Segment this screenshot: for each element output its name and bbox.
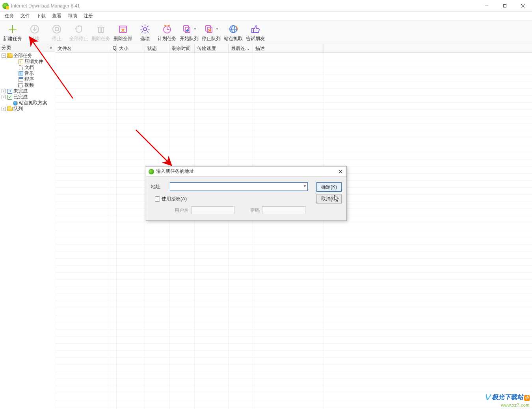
grid-line [194, 53, 195, 409]
svg-line-24 [168, 25, 169, 26]
category-tree: −全部任务压缩文件文档音乐程序视频+未完成+已完成站点抓取方案+队列 [0, 52, 55, 113]
folder-icon [7, 106, 13, 111]
toolbar-start-queue[interactable]: ▼开始队列 [178, 22, 200, 44]
collapse-icon[interactable]: − [2, 54, 6, 58]
menu-help[interactable]: 帮助 [65, 12, 80, 20]
expand-icon[interactable]: + [2, 95, 6, 99]
sidebar: 分类 × −全部任务压缩文件文档音乐程序视频+未完成+已完成站点抓取方案+队列 [0, 44, 55, 409]
toolbar-stop-queue[interactable]: ▼停止队列 [200, 22, 222, 44]
close-button[interactable] [514, 0, 532, 12]
dialog-app-icon [149, 169, 154, 174]
toolbar-delete-all[interactable]: 删除全部 [112, 22, 134, 44]
column-header[interactable]: 状态 [145, 44, 169, 52]
svg-line-23 [165, 25, 166, 26]
menu-tasks[interactable]: 任务 [2, 12, 17, 20]
password-input[interactable] [262, 206, 305, 214]
tree-item-文档[interactable]: 文档 [0, 65, 55, 70]
column-header[interactable]: 文件名 [55, 44, 110, 52]
toolbar-grabber[interactable]: 站点抓取 [222, 22, 244, 44]
tree-label: 全部任务 [13, 53, 32, 59]
expand-icon[interactable]: + [2, 89, 6, 93]
menu-view[interactable]: 查看 [50, 12, 64, 20]
menu-download[interactable]: 下载 [34, 12, 48, 20]
toolbar-label: 全部停止 [69, 35, 88, 42]
tree-item-未完成[interactable]: +未完成 [0, 88, 55, 94]
grid-line [116, 53, 117, 409]
tree-spacer [7, 101, 11, 105]
tree-item-音乐[interactable]: 音乐 [0, 70, 55, 76]
toolbar-resume[interactable]: 继续 [24, 22, 46, 44]
toolbar: 新建任务继续停止全部停止删除任务删除全部选项计划任务▼开始队列▼停止队列站点抓取… [0, 20, 532, 44]
menu-file[interactable]: 文件 [18, 12, 32, 20]
url-dropdown-icon[interactable]: ▾ [304, 184, 306, 188]
toolbar-label: 删除任务 [91, 35, 110, 42]
arrow-icon [7, 89, 13, 94]
tree-item-站点抓取方案[interactable]: 站点抓取方案 [0, 100, 55, 106]
grid-line [169, 53, 169, 409]
queue-stop-icon [204, 24, 215, 34]
toolbar-stop-all[interactable]: 全部停止 [68, 22, 90, 44]
tree-item-视频[interactable]: 视频 [0, 82, 55, 88]
hand-icon [73, 24, 84, 34]
tree-item-压缩文件[interactable]: 压缩文件 [0, 59, 55, 65]
sidebar-close-icon[interactable]: × [50, 45, 52, 51]
grid-line [253, 53, 253, 409]
globe-icon [228, 24, 239, 34]
column-header[interactable]: 传输速度 [195, 44, 229, 52]
dropdown-icon[interactable]: ▼ [193, 27, 197, 31]
tree-item-已完成[interactable]: +已完成 [0, 94, 55, 100]
ok-button[interactable]: 确定(K) [316, 182, 342, 192]
svg-rect-34 [252, 29, 253, 33]
tree-spacer [13, 71, 17, 76]
list-body[interactable] [55, 53, 532, 409]
column-header[interactable]: 剩余时间 [169, 44, 195, 52]
video-icon [18, 83, 24, 88]
tree-item-队列[interactable]: +队列 [0, 106, 55, 112]
minimize-button[interactable] [478, 0, 496, 12]
toolbar-schedule[interactable]: 计划任务 [156, 22, 178, 44]
toolbar-label: 开始队列 [180, 35, 199, 42]
toolbar-options[interactable]: 选项 [134, 22, 156, 44]
column-header[interactable]: Q [110, 44, 117, 52]
tree-item-全部任务[interactable]: −全部任务 [0, 53, 55, 59]
maximize-button[interactable] [496, 0, 514, 12]
thumb-icon [250, 24, 261, 34]
menu-register[interactable]: 注册 [81, 12, 95, 20]
toolbar-new-task[interactable]: 新建任务 [2, 22, 24, 44]
auth-label: 使用授权(A) [162, 196, 187, 202]
cancel-button[interactable]: 取消(C) [316, 194, 342, 204]
toolbar-delete[interactable]: 删除任务 [90, 22, 112, 44]
username-input[interactable] [191, 206, 234, 214]
column-header[interactable]: 大小 [117, 44, 145, 52]
svg-point-8 [53, 25, 61, 33]
stop-circle-icon [51, 24, 62, 34]
url-input[interactable]: ▾ [170, 182, 308, 191]
new-url-dialog: 输入新任务的地址 地址 ▾ 使用授权(A) 用户名 密码 确定(K) 取消(C [146, 166, 347, 221]
watermark: ᥎极光下载站中 www.xz7.com [483, 392, 530, 407]
tree-label: 压缩文件 [24, 59, 43, 65]
toolbar-label: 站点抓取 [224, 35, 243, 42]
toolbar-tell-friend[interactable]: 告诉朋友 [244, 22, 266, 44]
main-area: 分类 × −全部任务压缩文件文档音乐程序视频+未完成+已完成站点抓取方案+队列 … [0, 44, 532, 409]
music-icon [18, 71, 24, 76]
list-header: 文件名Q大小状态剩余时间传输速度最后连...描述 [55, 44, 532, 53]
grid-line [228, 53, 229, 409]
auth-checkbox[interactable] [155, 196, 160, 202]
folder-open-icon [7, 53, 13, 58]
column-header[interactable]: 描述 [253, 44, 324, 52]
toolbar-label: 新建任务 [3, 35, 22, 42]
window-title: Internet Download Manager 6.41 [11, 3, 80, 9]
url-label: 地址 [151, 183, 167, 190]
column-header[interactable]: 最后连... [229, 44, 253, 52]
toolbar-stop[interactable]: 停止 [46, 22, 68, 44]
grid-line [145, 53, 145, 409]
dialog-close-button[interactable] [335, 167, 346, 177]
toolbar-label: 停止 [52, 35, 61, 42]
plus-icon [7, 24, 18, 34]
tree-item-程序[interactable]: 程序 [0, 76, 55, 82]
dropdown-icon[interactable]: ▼ [216, 27, 219, 31]
expand-icon[interactable]: + [2, 107, 6, 111]
toolbar-label: 停止队列 [202, 35, 221, 42]
tree-label: 未完成 [13, 88, 28, 94]
grid-line [110, 53, 110, 409]
